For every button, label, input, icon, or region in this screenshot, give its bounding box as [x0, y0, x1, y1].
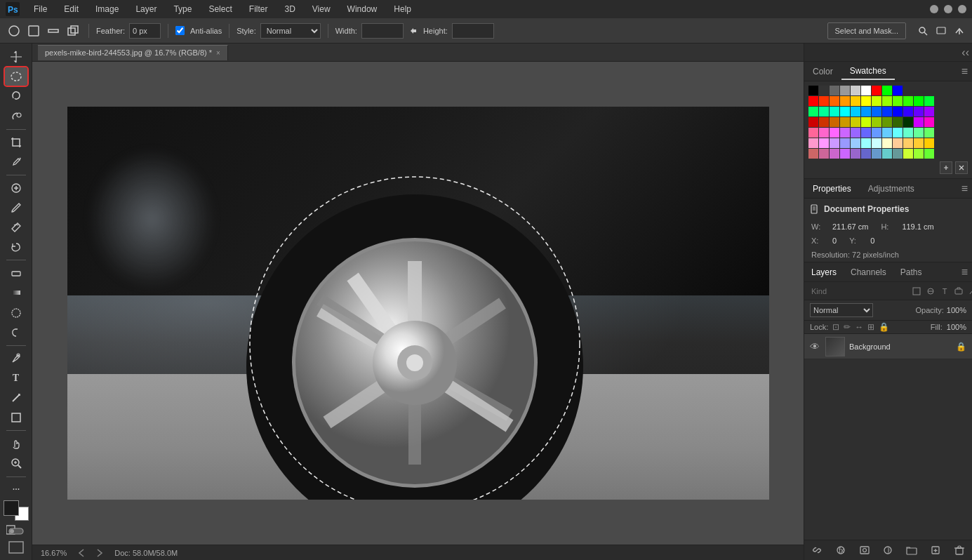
swatch-r7[interactable] [872, 96, 881, 106]
maximize-btn[interactable] [944, 5, 952, 13]
menu-filter[interactable]: Filter [246, 3, 271, 15]
swatch-g9[interactable] [893, 107, 903, 116]
swatch-dark[interactable] [819, 86, 829, 95]
swatch-d7[interactable] [872, 149, 881, 159]
swatch-g5[interactable] [851, 107, 860, 116]
swatch-g6[interactable] [861, 107, 871, 116]
spot-healing-btn[interactable] [5, 179, 27, 197]
tab-channels[interactable]: Channels [844, 265, 893, 280]
swatch-p11[interactable] [914, 117, 924, 127]
swatch-r11[interactable] [914, 96, 924, 106]
navigate-next-icon[interactable] [96, 548, 103, 558]
menu-3d[interactable]: 3D [281, 3, 298, 15]
menu-select[interactable]: Select [206, 3, 234, 15]
screen-mode-btn[interactable] [8, 541, 24, 556]
lock-brush-icon[interactable]: ✏ [844, 322, 851, 332]
swatch-r3[interactable] [830, 96, 839, 106]
lasso-tool-btn[interactable] [5, 87, 27, 105]
opacity-value[interactable]: 100% [947, 306, 966, 314]
swatch-l8[interactable] [882, 138, 892, 148]
swatch-p5[interactable] [851, 117, 860, 127]
brush-tool-btn[interactable] [5, 199, 27, 217]
swatch-pk7[interactable] [872, 128, 881, 138]
swatch-l1[interactable] [808, 138, 818, 148]
foreground-background-colors[interactable] [4, 500, 29, 521]
swatch-d6[interactable] [861, 149, 871, 159]
swatch-r1[interactable] [808, 96, 818, 106]
move-tool-btn[interactable] [5, 48, 27, 66]
menu-layer[interactable]: Layer [133, 3, 159, 15]
height-input[interactable] [452, 23, 494, 39]
swatch-p2[interactable] [819, 117, 829, 127]
link-layers-btn[interactable] [810, 543, 824, 557]
swatch-pk9[interactable] [893, 128, 903, 138]
swatch-g10[interactable] [903, 107, 913, 116]
filter-pixel-icon[interactable] [911, 286, 922, 297]
swatch-blue[interactable] [893, 86, 903, 95]
menu-file[interactable]: File [31, 3, 50, 15]
swatch-g4[interactable] [840, 107, 850, 116]
lock-nesting-icon[interactable]: ⊞ [867, 322, 874, 332]
swatch-light[interactable] [840, 86, 850, 95]
swatch-g12[interactable] [924, 107, 934, 116]
layers-blend-mode[interactable]: Normal Multiply Screen Overlay [810, 303, 873, 317]
swatch-black[interactable] [808, 86, 818, 95]
swatch-d9[interactable] [893, 149, 903, 159]
filter-effects-icon[interactable] [967, 286, 972, 297]
swatch-p1[interactable] [808, 117, 818, 127]
swatch-pk12[interactable] [924, 128, 934, 138]
anti-alias-checkbox[interactable] [175, 26, 185, 35]
navigate-prev-icon[interactable] [78, 548, 85, 558]
color-panel-menu-btn[interactable]: ≡ [961, 65, 968, 78]
swatch-l4[interactable] [840, 138, 850, 148]
swatch-mid[interactable] [830, 86, 839, 95]
swatch-l7[interactable] [872, 138, 881, 148]
swatch-l10[interactable] [903, 138, 913, 148]
swatch-pk3[interactable] [830, 128, 839, 138]
lock-move-icon[interactable]: ↔ [855, 322, 863, 332]
swatch-p9[interactable] [893, 117, 903, 127]
swatch-r4[interactable] [840, 96, 850, 106]
layers-panel-menu-btn[interactable]: ≡ [961, 266, 968, 279]
tab-close-btn[interactable]: × [216, 49, 220, 57]
zoom-tool-btn[interactable] [5, 454, 27, 472]
layer-item-background[interactable]: 👁 Background 🔒 [804, 334, 972, 359]
swatch-pk2[interactable] [819, 128, 829, 138]
pen-tool-btn[interactable] [5, 349, 27, 368]
swatch-d12[interactable] [924, 149, 934, 159]
swatch-pk4[interactable] [840, 128, 850, 138]
swap-dimensions-icon[interactable] [408, 25, 419, 36]
lock-transparent-icon[interactable]: ⊡ [832, 322, 839, 332]
swatch-r10[interactable] [903, 96, 913, 106]
type-tool-btn[interactable]: T [5, 369, 27, 387]
delete-swatch-btn[interactable] [955, 161, 968, 174]
swatch-red[interactable] [872, 86, 881, 95]
add-mask-btn[interactable] [858, 543, 872, 557]
swatch-d8[interactable] [882, 149, 892, 159]
tab-swatches[interactable]: Swatches [841, 63, 895, 80]
swatch-d5[interactable] [851, 149, 860, 159]
swatch-g3[interactable] [830, 107, 839, 116]
create-new-fill-btn[interactable] [881, 543, 895, 557]
single-column-marquee-option[interactable] [25, 22, 42, 39]
tab-properties[interactable]: Properties [804, 181, 860, 196]
swatch-l2[interactable] [819, 138, 829, 148]
select-mask-button[interactable]: Select and Mask... [827, 22, 907, 39]
swatch-p4[interactable] [840, 117, 850, 127]
swatch-p12[interactable] [924, 117, 934, 127]
add-layer-style-btn[interactable]: fx [834, 543, 848, 557]
tab-paths[interactable]: Paths [893, 265, 929, 280]
lock-all-icon[interactable]: 🔒 [879, 322, 889, 332]
single-row-marquee-option[interactable] [45, 22, 62, 39]
swatch-g1[interactable] [808, 107, 818, 116]
layers-kind-filter[interactable] [811, 287, 908, 295]
elliptical-marquee-option[interactable] [6, 22, 22, 39]
dodge-tool-btn[interactable] [5, 324, 27, 342]
tab-adjustments[interactable]: Adjustments [860, 181, 923, 196]
swatch-r12[interactable] [924, 96, 934, 106]
width-input[interactable] [361, 23, 404, 39]
menu-help[interactable]: Help [391, 3, 414, 15]
swatch-p10[interactable] [903, 117, 913, 127]
menu-edit[interactable]: Edit [61, 3, 81, 15]
eyedropper-tool-btn[interactable] [5, 153, 27, 171]
